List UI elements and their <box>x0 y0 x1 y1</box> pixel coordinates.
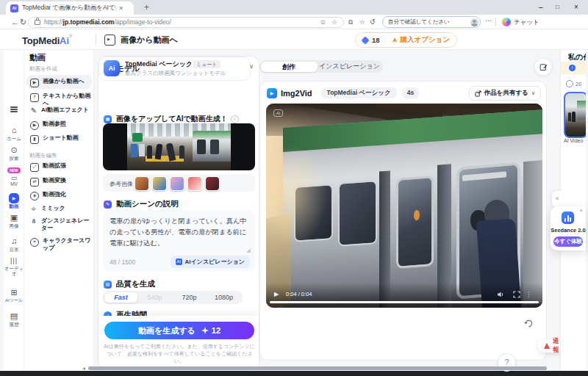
browser-tab[interactable]: AI TopMediai で画像から動画をAIで自 × <box>6 1 134 15</box>
creation-result-card: ▶ Img2Vid TopMediai ベーシック 4s 作品を共有する ∨ A… <box>259 81 547 361</box>
ai-inspiration-button[interactable]: AI AIインスピレーション <box>171 256 251 268</box>
bookmark-star-icon[interactable]: ☆ <box>331 18 337 26</box>
reference-thumb-5[interactable] <box>205 176 220 191</box>
rail-item-audio[interactable]: |||オーディオ <box>4 253 24 277</box>
credit-count: 18 <box>372 36 380 44</box>
expand-icon: ⤢ <box>30 163 39 172</box>
reference-thumb-3[interactable] <box>170 176 184 191</box>
sidebar-item-ai-effects[interactable]: ✎AI動画エフェクト <box>26 106 91 115</box>
sidebar-item-dance-generator[interactable]: ⋔ダンスジェネレーター <box>26 217 91 231</box>
rail-item-home[interactable]: ⌂ホーム <box>4 123 24 141</box>
desktop-edge-bottom <box>0 370 588 376</box>
creation-timestamp: 20 <box>566 80 581 87</box>
history-icon[interactable]: ↺ <box>370 18 376 26</box>
regenerate-icon[interactable] <box>524 319 534 328</box>
reference-images-row: 参考画像 <box>103 174 255 192</box>
panel-title: 私の作品 <box>568 52 586 62</box>
browser-verify-pill[interactable]: 自分で確認してください <box>382 16 481 28</box>
browser-tab-strip: AI TopMediai で画像から動画をAIで自 × + – □ × <box>0 0 588 15</box>
app-logo[interactable]: TopMediAi® <box>22 34 73 47</box>
seedance-promo-card[interactable]: × Seedance 2.0 今すぐ体験 <box>551 206 586 250</box>
reference-label: 参考画像 <box>110 180 133 188</box>
site-info-lock-icon[interactable] <box>35 20 40 25</box>
uploaded-image-preview[interactable] <box>103 123 255 170</box>
scene-description-text[interactable]: 電車の扉がゆっくりと閉まっていく。真ん中の走っている男性が、電車の扉が閉まる前に… <box>103 210 255 249</box>
horizontal-scrollbar[interactable] <box>82 366 585 371</box>
info-icon[interactable]: i <box>231 115 239 123</box>
kebab-menu-icon[interactable]: ⋮ <box>526 291 532 298</box>
phone-video-icon: ▮ <box>30 135 39 144</box>
more-menu-icon[interactable]: ⋯ <box>485 17 492 24</box>
promo-close-icon[interactable]: × <box>579 207 583 214</box>
back-icon[interactable]: ← <box>11 15 19 29</box>
sidebar-item-video-enhance[interactable]: ◈動画強化 <box>26 191 91 200</box>
fullscreen-icon[interactable] <box>513 291 520 298</box>
rail-item-music[interactable]: ♫音楽 <box>4 234 24 252</box>
rail-item-history[interactable]: ▤履歴 <box>4 308 24 327</box>
art-thumb-person <box>568 112 571 121</box>
quality-option-fast[interactable]: Fast <box>104 292 137 303</box>
tab-close-icon[interactable]: × <box>119 4 123 12</box>
tab-create[interactable]: 創作 <box>261 62 318 72</box>
rail-item-explore[interactable]: ⊙探索 <box>4 142 24 161</box>
rail-item-image[interactable]: ▣画像 <box>4 210 24 228</box>
resize-handle[interactable] <box>246 248 251 253</box>
generate-video-button[interactable]: 動画を生成する 12 <box>104 322 254 339</box>
rail-item-video-active[interactable]: ▶ 動画 <box>4 189 24 209</box>
window-close-button[interactable]: × <box>574 3 578 11</box>
runner-icon: ⟡ <box>30 206 37 213</box>
image-icon: ▣ <box>10 213 18 222</box>
art-sunglare <box>266 145 327 247</box>
scrollbar-left-arrow[interactable] <box>82 367 85 370</box>
copilot-icon[interactable] <box>502 18 511 26</box>
scrollbar-thumb[interactable] <box>88 366 547 370</box>
rail-item-mv[interactable]: NEW ▭ MV <box>4 162 24 187</box>
quality-section-header: ▥ 品質を生成 <box>104 279 155 289</box>
window-minimize-button[interactable]: – <box>539 3 543 11</box>
quality-option-1080p[interactable]: 1080p <box>207 291 241 304</box>
rail-item-ai-tools[interactable]: ⊞AIツール <box>4 285 24 303</box>
image-to-video-icon <box>104 35 115 46</box>
progress-bar[interactable] <box>270 301 539 303</box>
share-button[interactable]: 作品を共有する ∨ <box>469 86 541 101</box>
quality-option-720p[interactable]: 720p <box>172 291 207 304</box>
address-bar[interactable]: https://jp.topmediai.com/app/image-to-vi… <box>28 17 344 28</box>
chevron-down-icon: ∨ <box>249 63 254 70</box>
sidebar-item-short-video[interactable]: ▮ショート動画 <box>26 134 91 144</box>
video-player[interactable]: AI ▶ 0:04 / 0:04 ⋮ <box>266 104 542 308</box>
favorites-icon[interactable]: ☆ <box>359 18 365 26</box>
reference-thumb-1[interactable] <box>135 176 149 191</box>
sidebar-item-image-to-video[interactable]: ▶画像から動画へ <box>26 78 91 87</box>
model-mute-badge: ミュート <box>193 60 220 68</box>
rail-collapse-icon[interactable] <box>4 103 24 116</box>
scene-description-box[interactable]: 電車の扉がゆっくりと閉まっていく。真ん中の走っている男性が、電車の扉が閉まる前に… <box>103 210 255 272</box>
header-divider <box>96 34 96 46</box>
promo-cta-button[interactable]: 今すぐ体験 <box>553 236 583 247</box>
reference-thumb-2[interactable] <box>152 176 167 191</box>
new-tab-button[interactable]: + <box>144 2 149 12</box>
reference-thumb-4[interactable] <box>187 176 202 191</box>
credits-pill[interactable]: 18 購入オプション <box>355 32 457 48</box>
reaction-icon[interactable]: ☺ <box>320 18 326 26</box>
window-maximize-button[interactable]: □ <box>556 4 559 10</box>
tab-title: TopMediai で画像から動画をAIで自 <box>22 4 116 12</box>
play-button[interactable]: ▶ <box>274 291 279 297</box>
volume-icon[interactable] <box>497 291 504 298</box>
tab-inspiration[interactable]: インスピレーション <box>318 60 381 73</box>
compose-button[interactable] <box>534 58 552 76</box>
creation-thumbnail[interactable] <box>564 92 586 138</box>
sidebar-item-video-convert[interactable]: ⇄動画変換 <box>26 177 91 187</box>
buy-options-button[interactable]: 購入オプション <box>401 35 451 45</box>
panel-collapse-button[interactable]: « <box>551 190 562 208</box>
sidebar-item-mimic[interactable]: ⟡ミミック <box>26 205 91 213</box>
refresh-icon[interactable]: ↻ <box>20 15 26 29</box>
promo-chart-icon <box>562 212 574 224</box>
sidebar-item-text-to-video[interactable]: Tテキストから動画へ <box>26 93 91 106</box>
art-thumb-train <box>577 101 586 120</box>
quality-option-540p[interactable]: 540p <box>137 291 172 304</box>
chat-label[interactable]: チャット <box>514 18 539 27</box>
sidebar-item-video-reference[interactable]: ▶動画参照 <box>26 120 91 130</box>
sidebar-item-character-swap[interactable]: ⚭キャラクタースワップ <box>26 237 91 251</box>
collections-icon[interactable]: ⧉ <box>348 18 353 26</box>
sidebar-item-video-expand[interactable]: ⤢動画拡張 <box>26 162 91 172</box>
